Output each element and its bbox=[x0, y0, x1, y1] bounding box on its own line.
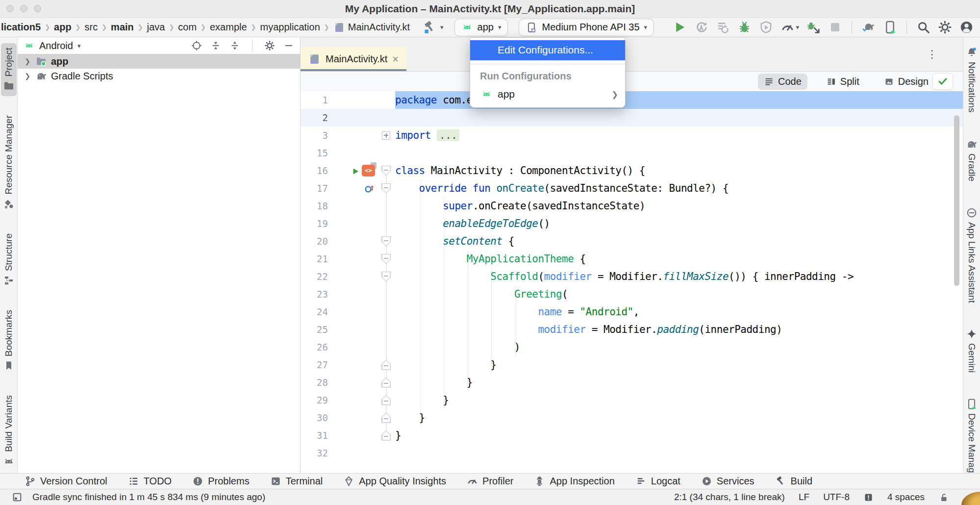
tool-window-app-inspection[interactable]: App Inspection bbox=[534, 476, 614, 487]
profile-button[interactable] bbox=[757, 19, 775, 36]
unlock-icon[interactable] bbox=[938, 492, 949, 503]
breadcrumb-src[interactable]: src bbox=[85, 22, 98, 33]
folded-region[interactable]: ... bbox=[437, 129, 459, 141]
line-number[interactable]: 31 bbox=[301, 430, 331, 441]
tree-item-app[interactable]: ❯ app bbox=[18, 54, 300, 69]
line-number[interactable]: 1 bbox=[301, 95, 331, 105]
line-number[interactable]: 23 bbox=[301, 289, 331, 300]
tool-stripe-project[interactable]: Project bbox=[1, 43, 17, 96]
apply-changes-button[interactable] bbox=[693, 19, 710, 36]
tool-stripe-app-links-assistant[interactable]: App Links Assistant bbox=[964, 202, 980, 307]
line-number[interactable]: 30 bbox=[301, 412, 331, 423]
fold-marker[interactable] bbox=[381, 272, 391, 282]
tool-window-problems[interactable]: Problems bbox=[192, 476, 249, 487]
close-tab-icon[interactable]: × bbox=[392, 54, 399, 65]
file-encoding[interactable]: UTF-8 bbox=[823, 492, 850, 503]
breadcrumb-app[interactable]: app bbox=[54, 22, 72, 33]
minus-button[interactable] bbox=[283, 40, 294, 51]
breadcrumb-myapplication[interactable]: myapplication bbox=[260, 22, 320, 33]
tool-window-services[interactable]: Services bbox=[701, 476, 754, 487]
line-number[interactable]: 24 bbox=[301, 306, 331, 317]
gear-button[interactable] bbox=[264, 40, 275, 51]
debug-button[interactable] bbox=[736, 19, 753, 36]
settings-button[interactable] bbox=[936, 19, 954, 36]
line-number[interactable]: 3 bbox=[301, 130, 331, 141]
breadcrumb-lication5[interactable]: lication5 bbox=[1, 22, 41, 33]
tool-window-todo[interactable]: TODO bbox=[128, 476, 172, 487]
device-select[interactable]: Medium Phone API 35 ▾ bbox=[519, 19, 654, 36]
view-mode-design[interactable]: Design bbox=[878, 74, 934, 90]
line-number[interactable]: 28 bbox=[301, 377, 331, 388]
breadcrumb-main[interactable]: main bbox=[111, 22, 134, 33]
fold-marker[interactable] bbox=[381, 166, 391, 176]
tool-stripe-device-manager[interactable]: Device Manager bbox=[964, 394, 980, 485]
line-number[interactable]: 29 bbox=[301, 395, 331, 405]
device-manager-button[interactable] bbox=[881, 19, 899, 36]
fold-marker[interactable] bbox=[381, 360, 391, 370]
tool-stripe-notifications[interactable]: Notifications bbox=[964, 42, 980, 117]
menu-item-edit-configurations[interactable]: Edit Configurations... bbox=[470, 40, 625, 60]
tool-window-terminal[interactable]: Terminal bbox=[270, 476, 323, 487]
line-number[interactable]: 15 bbox=[301, 148, 331, 158]
expand-arrows-button[interactable] bbox=[229, 40, 240, 51]
tool-window-app-quality-insights[interactable]: App Quality Insights bbox=[343, 476, 446, 487]
stop-button[interactable] bbox=[827, 19, 844, 36]
fold-marker[interactable] bbox=[381, 430, 391, 441]
line-number[interactable]: 16 bbox=[301, 165, 331, 176]
run-configuration-select[interactable]: app ▾ bbox=[454, 19, 508, 36]
tool-stripe-resource-manager[interactable]: Resource Manager bbox=[1, 111, 17, 214]
run-line-icon[interactable] bbox=[352, 166, 360, 176]
line-number[interactable]: 17 bbox=[301, 183, 331, 194]
line-number[interactable]: 20 bbox=[301, 236, 331, 247]
tool-stripe-gradle[interactable]: Gradle bbox=[964, 134, 980, 186]
editor-tab-mainactivity[interactable]: MainActivity.kt × bbox=[301, 47, 406, 71]
breadcrumb-example[interactable]: example bbox=[210, 22, 247, 33]
fold-marker[interactable] bbox=[381, 254, 391, 264]
exclamation-square-icon[interactable] bbox=[863, 492, 874, 503]
menu-item-app[interactable]: app ❯ bbox=[470, 85, 625, 103]
line-ending[interactable]: LF bbox=[799, 492, 809, 503]
build-project-button[interactable]: ▾ bbox=[423, 20, 444, 35]
inspection-status-widget[interactable] bbox=[932, 73, 953, 90]
breadcrumb-java[interactable]: java bbox=[147, 22, 165, 33]
editor-scrollbar[interactable] bbox=[954, 115, 959, 286]
line-number[interactable]: 32 bbox=[301, 448, 331, 458]
project-view-select[interactable]: Android bbox=[39, 40, 73, 51]
view-mode-split[interactable]: Split bbox=[820, 74, 865, 90]
collapse-arrows-button[interactable] bbox=[210, 40, 221, 51]
compose-preview-icon[interactable]: <> bbox=[362, 165, 375, 177]
code-editor[interactable]: 1 package com.example.myapplication 2 3 … bbox=[301, 91, 963, 473]
fold-marker[interactable] bbox=[381, 413, 391, 423]
fold-marker-collapsed[interactable] bbox=[382, 131, 390, 140]
apply-code-changes-button[interactable] bbox=[714, 19, 731, 36]
line-number[interactable]: 18 bbox=[301, 201, 331, 211]
tool-stripe-bookmarks[interactable]: Bookmarks bbox=[1, 305, 17, 376]
tool-stripe-structure[interactable]: Structure bbox=[1, 229, 17, 291]
override-method-icon[interactable] bbox=[364, 183, 375, 194]
chevron-down-icon[interactable]: ▾ bbox=[77, 42, 81, 50]
status-message[interactable]: Gradle sync finished in 1 m 45 s 834 ms … bbox=[32, 492, 265, 503]
indent-setting[interactable]: 4 spaces bbox=[887, 492, 925, 503]
sync-gradle-button[interactable] bbox=[860, 19, 877, 36]
fold-marker[interactable] bbox=[381, 378, 391, 388]
tool-window-build[interactable]: Build bbox=[775, 476, 812, 487]
line-number[interactable]: 25 bbox=[301, 324, 331, 335]
profile-avatar-button[interactable] bbox=[958, 19, 975, 36]
profiler-button[interactable]: ▾ bbox=[779, 19, 801, 36]
line-number[interactable]: 21 bbox=[301, 253, 331, 264]
target-button[interactable] bbox=[191, 40, 202, 51]
fold-marker[interactable] bbox=[381, 183, 391, 194]
tool-stripe-gemini[interactable]: Gemini bbox=[964, 324, 980, 377]
run-button[interactable] bbox=[671, 19, 688, 36]
tab-options-kebab-icon[interactable]: ⋮ bbox=[927, 48, 937, 61]
tree-item-gradle-scripts[interactable]: ❯ Gradle Scripts bbox=[18, 69, 300, 83]
breadcrumb-mainactivity-kt[interactable]: MainActivity.kt bbox=[333, 22, 410, 33]
tool-window-profiler[interactable]: Profiler bbox=[467, 476, 513, 487]
chevron-expand-icon[interactable]: ❯ bbox=[24, 72, 31, 80]
layout-grid-icon[interactable] bbox=[12, 492, 23, 503]
attach-debugger-button[interactable] bbox=[805, 19, 822, 36]
chevron-expand-icon[interactable]: ❯ bbox=[24, 57, 31, 65]
line-number[interactable]: 27 bbox=[301, 359, 331, 370]
tool-window-logcat[interactable]: Logcat bbox=[635, 476, 680, 487]
breadcrumb-com[interactable]: com bbox=[178, 22, 197, 33]
